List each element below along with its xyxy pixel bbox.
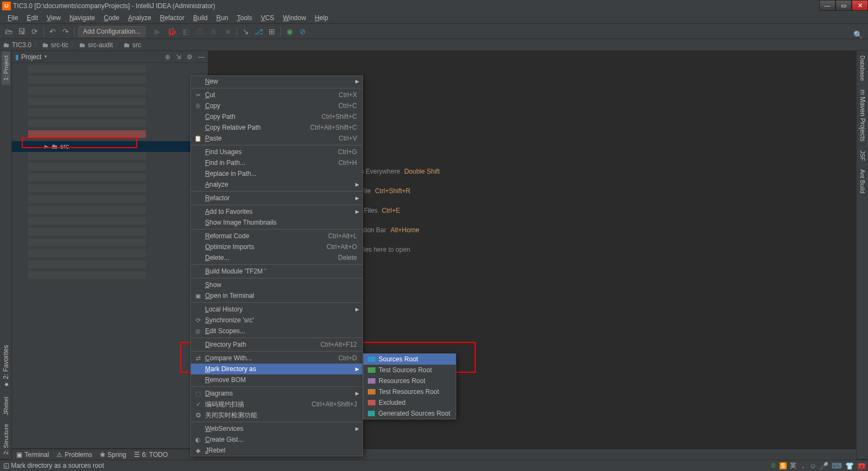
menu-file[interactable]: File xyxy=(3,13,22,23)
menu-vcs[interactable]: VCS xyxy=(257,13,279,23)
tab-structure[interactable]: 2: Structure xyxy=(2,419,10,459)
ctx-copy[interactable]: ⎘CopyCtrl+C xyxy=(191,100,362,111)
ctx-create-gist-[interactable]: ◐Create Gist... xyxy=(191,434,362,445)
lang-indicator[interactable]: 英 xyxy=(790,461,796,470)
menu-tools[interactable]: Tools xyxy=(233,13,257,23)
ctx-cut[interactable]: ✂CutCtrl+X xyxy=(191,90,362,100)
ctx-refactor[interactable]: Refactor▶ xyxy=(191,193,362,203)
ctx-optimize-imports[interactable]: Optimize ImportsCtrl+Alt+O xyxy=(191,241,362,252)
tab-maven[interactable]: m Maven Projects xyxy=(858,85,867,146)
notification-badge[interactable]: ② xyxy=(770,462,776,469)
gear-icon[interactable]: ⚙ xyxy=(187,53,193,61)
tab-jrebel[interactable]: JRebel xyxy=(2,392,10,419)
structure-icon[interactable]: ⊞ xyxy=(266,26,277,37)
ctx-reformat-code[interactable]: Reformat CodeCtrl+Alt+L xyxy=(191,231,362,241)
submenu-excluded[interactable]: Excluded xyxy=(363,397,456,408)
ime-badge[interactable]: S xyxy=(780,462,787,469)
vcs-icon[interactable]: ↘ xyxy=(240,26,251,37)
vcs-branch-icon[interactable]: ⎇ xyxy=(253,26,264,37)
ctx-replace-in-path-[interactable]: Replace in Path... xyxy=(191,168,362,179)
tree-node-src[interactable]: ▶ 🖿 src xyxy=(12,141,208,152)
locate-icon[interactable]: ⊕ xyxy=(165,53,170,61)
submenu-test-sources-root[interactable]: Test Sources Root xyxy=(363,365,456,375)
ctx-find-usages[interactable]: Find UsagesCtrl+G xyxy=(191,147,362,157)
ctx-webservices[interactable]: WebServices▶ xyxy=(191,423,362,434)
menu-analyze[interactable]: Analyze xyxy=(124,13,156,23)
ctx--[interactable]: ✪关闭实时检测功能 xyxy=(191,410,362,421)
hide-icon[interactable]: — xyxy=(198,53,205,61)
toolbox-icon[interactable]: 🧰 xyxy=(857,462,866,470)
mark-directory-submenu[interactable]: Sources RootTest Sources RootResources R… xyxy=(363,353,456,419)
maximize-button[interactable]: ▭ xyxy=(835,0,852,11)
ctx--[interactable]: ✓编码规约扫描Ctrl+Alt+Shift+J xyxy=(191,399,362,410)
tab-database[interactable]: Database xyxy=(858,51,867,85)
concurrent-icon[interactable]: ⋔ xyxy=(208,26,219,37)
tab-terminal[interactable]: ▣ Terminal xyxy=(16,451,49,459)
breadcrumb-item[interactable]: src-tic xyxy=(51,41,68,49)
project-tree[interactable]: ▶ 🖿 src xyxy=(12,63,208,279)
skin-icon[interactable]: 👕 xyxy=(845,462,854,470)
ctx-paste[interactable]: 📋PasteCtrl+V xyxy=(191,133,362,144)
tab-ant[interactable]: Ant Build xyxy=(858,165,867,198)
ctx-show[interactable]: Show xyxy=(191,279,362,290)
ctx-find-in-path-[interactable]: Find in Path...Ctrl+H xyxy=(191,157,362,168)
close-button[interactable]: ✕ xyxy=(852,0,868,11)
menu-navigate[interactable]: Navigate xyxy=(65,13,99,23)
jrebel-icon[interactable]: ◉ xyxy=(284,26,295,37)
ctx-build-module-tf2m-[interactable]: Build Module 'TF2M ' xyxy=(191,266,362,277)
menu-code[interactable]: Code xyxy=(99,13,124,23)
coverage-icon[interactable]: ◧ xyxy=(180,26,191,37)
collapse-icon[interactable]: ⇲ xyxy=(176,53,181,61)
submenu-resources-root[interactable]: Resources Root xyxy=(363,375,456,386)
menu-build[interactable]: Build xyxy=(189,13,212,23)
open-icon[interactable]: 🗁 xyxy=(3,26,14,37)
menu-view[interactable]: View xyxy=(42,13,65,23)
ctx-jrebel[interactable]: ◆JRebel xyxy=(191,445,362,456)
tab-spring[interactable]: ❀ Spring xyxy=(100,451,126,459)
ctx-directory-path[interactable]: Directory PathCtrl+Alt+F12 xyxy=(191,339,362,350)
ctx-copy-relative-path[interactable]: Copy Relative PathCtrl+Alt+Shift+C xyxy=(191,122,362,133)
menu-refactor[interactable]: Refactor xyxy=(156,13,189,23)
refresh-icon[interactable]: ⊘ xyxy=(297,26,308,37)
search-icon[interactable]: 🔍 xyxy=(853,30,863,39)
breadcrumb-item[interactable]: src xyxy=(132,41,141,49)
menu-edit[interactable]: Edit xyxy=(22,13,42,23)
ctx-remove-bom[interactable]: Remove BOM xyxy=(191,374,362,385)
submenu-sources-root[interactable]: Sources Root xyxy=(363,354,456,365)
undo-icon[interactable]: ↶ xyxy=(47,26,58,37)
project-panel-title[interactable]: Project xyxy=(21,53,41,61)
context-menu[interactable]: New▶✂CutCtrl+X⎘CopyCtrl+CCopy PathCtrl+S… xyxy=(190,75,363,456)
add-configuration[interactable]: Add Configuration... xyxy=(78,26,145,37)
run-icon[interactable]: ▶ xyxy=(152,26,163,37)
ctx-analyze[interactable]: Analyze▶ xyxy=(191,179,362,190)
status-corner-icon[interactable]: ◱ xyxy=(3,462,9,469)
menu-help[interactable]: Help xyxy=(310,13,333,23)
minimize-button[interactable]: — xyxy=(819,0,835,11)
menu-window[interactable]: Window xyxy=(278,13,310,23)
profile-icon[interactable]: ⏱ xyxy=(194,26,205,37)
stop-icon[interactable]: ■ xyxy=(222,26,233,37)
submenu-generated-sources-root[interactable]: Generated Sources Root xyxy=(363,408,456,419)
ctx-local-history[interactable]: Local History▶ xyxy=(191,304,362,315)
ctx-add-to-favorites[interactable]: Add to Favorites▶ xyxy=(191,206,362,217)
ctx-open-in-terminal[interactable]: ▣Open in Terminal xyxy=(191,290,362,301)
debug-icon[interactable]: 🐞 xyxy=(166,26,177,37)
ctx-synchronize-src-[interactable]: ⟳Synchronize 'src' xyxy=(191,315,362,326)
tab-problems[interactable]: ⚠ Problems xyxy=(56,451,92,459)
menu-run[interactable]: Run xyxy=(212,13,233,23)
sync-icon[interactable]: ⟳ xyxy=(29,26,40,37)
expand-arrow-icon[interactable]: ▶ xyxy=(44,144,48,149)
ctx-diagrams[interactable]: ⬚Diagrams▶ xyxy=(191,388,362,399)
ctx-delete-[interactable]: Delete...Delete xyxy=(191,252,362,263)
breadcrumb-item[interactable]: src-audit xyxy=(88,41,113,49)
ctx-copy-path[interactable]: Copy PathCtrl+Shift+C xyxy=(191,111,362,122)
tab-favorites[interactable]: ★ 2: Favorites xyxy=(1,341,11,392)
submenu-test-resources-root[interactable]: Test Resources Root xyxy=(363,386,456,397)
ctx-new[interactable]: New▶ xyxy=(191,76,362,87)
mic-icon[interactable]: 🎤 xyxy=(820,462,828,470)
tab-project[interactable]: 1: Project xyxy=(2,51,10,85)
ctx-mark-directory-as[interactable]: Mark Directory as▶ xyxy=(191,364,362,374)
breadcrumb-item[interactable]: TIC3.0 xyxy=(12,41,31,49)
tab-jsf[interactable]: JSF xyxy=(858,146,867,166)
ctx-edit-scopes-[interactable]: ◎Edit Scopes... xyxy=(191,326,362,336)
